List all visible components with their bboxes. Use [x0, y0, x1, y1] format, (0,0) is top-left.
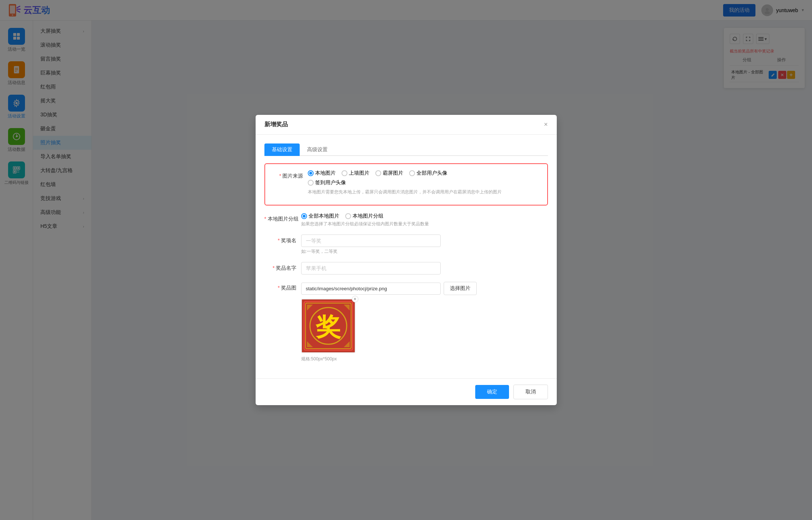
prize-rank-hint: 如:一等奖，二等奖	[301, 248, 548, 255]
prize-rank-input[interactable]	[301, 234, 441, 247]
prize-image-path-input[interactable]	[301, 283, 441, 295]
prize-image-content: 选择图片	[301, 282, 548, 362]
dialog-footer: 确定 取消	[256, 378, 557, 405]
radio-local-circle	[308, 170, 314, 176]
prize-image-label: * 奖品图	[264, 282, 301, 291]
local-group-content: 全部本地图片 本地图片分组 如果您选择了本地图片分组必须保证分组内图片数量大于奖…	[301, 213, 548, 227]
prize-rank-label: * 奖项名	[264, 234, 301, 244]
image-source-label: * 图片来源	[271, 170, 308, 179]
radio-group-local[interactable]: 本地图片分组	[345, 213, 383, 219]
svg-text:奖: 奖	[315, 313, 342, 341]
dialog-title: 新增奖品	[264, 121, 288, 128]
prize-preview-close-button[interactable]: ×	[352, 296, 358, 302]
dialog-body: 基础设置 高级设置 * 图片来源 本地图片	[256, 135, 557, 378]
local-group-label: * 本地图片分组	[264, 213, 301, 222]
local-group-row: * 本地图片分组 全部本地图片 本地图片分组 如果您选择了本地图片分组必须保证分	[264, 213, 548, 227]
prize-name-row: * 奖品名字	[264, 262, 548, 274]
local-group-hint: 如果您选择了本地图片分组必须保证分组内图片数量大于奖品数量	[301, 221, 548, 227]
cancel-button[interactable]: 取消	[513, 385, 548, 399]
radio-all-local-label: 全部本地图片	[308, 213, 339, 219]
radio-fullscreen-circle	[375, 170, 381, 176]
tab-basic[interactable]: 基础设置	[264, 143, 300, 156]
prize-rank-row: * 奖项名 如:一等奖，二等奖	[264, 234, 548, 255]
radio-wall-circle	[342, 170, 347, 176]
prize-preview-image: 奖	[301, 299, 356, 353]
radio-fullscreen-image[interactable]: 霸屏图片	[375, 170, 403, 177]
radio-all-avatar-circle	[409, 170, 415, 176]
prize-rank-content: 如:一等奖，二等奖	[301, 234, 548, 255]
radio-all-local[interactable]: 全部本地图片	[301, 213, 339, 219]
prize-image-preview: 奖 ×	[301, 299, 356, 353]
radio-all-local-circle	[301, 213, 307, 219]
prize-image-row: * 奖品图 选择图片	[264, 282, 548, 362]
prize-image-input-row: 选择图片	[301, 282, 548, 295]
image-source-hint: 本地图片需要您先本地上传，霸屏只会调用图片消息图片，并不会调用用户在霸屏消息中上…	[308, 189, 541, 195]
prize-name-content	[301, 262, 548, 274]
tab-bar: 基础设置 高级设置	[264, 143, 548, 156]
image-source-radio-group-2: 签到用户头像	[308, 179, 541, 186]
radio-fullscreen-label: 霸屏图片	[383, 170, 403, 177]
radio-all-avatar[interactable]: 全部用户头像	[409, 170, 447, 177]
image-source-row: * 图片来源 本地图片 上墙图片	[271, 170, 541, 195]
radio-checkin-label: 签到用户头像	[315, 179, 346, 186]
radio-local-label: 本地图片	[315, 170, 336, 177]
confirm-button[interactable]: 确定	[475, 385, 509, 399]
dialog-header: 新增奖品 ×	[256, 115, 557, 135]
dialog: 新增奖品 × 基础设置 高级设置 * 图片来源	[256, 115, 557, 405]
prize-name-input[interactable]	[301, 262, 441, 274]
prize-name-label: * 奖品名字	[264, 262, 301, 272]
dialog-close-button[interactable]: ×	[544, 121, 548, 128]
image-source-section: * 图片来源 本地图片 上墙图片	[264, 163, 548, 206]
image-source-content: 本地图片 上墙图片 霸屏图片	[308, 170, 541, 195]
image-source-radio-group: 本地图片 上墙图片 霸屏图片	[308, 170, 541, 177]
radio-checkin-circle	[308, 180, 314, 186]
radio-wall-label: 上墙图片	[349, 170, 369, 177]
modal-overlay: 新增奖品 × 基础设置 高级设置 * 图片来源	[0, 0, 812, 520]
radio-all-avatar-label: 全部用户头像	[416, 170, 447, 177]
select-image-button[interactable]: 选择图片	[444, 282, 477, 295]
radio-group-local-circle	[345, 213, 351, 219]
radio-local-image[interactable]: 本地图片	[308, 170, 336, 177]
prize-image-hint: 规格:500px*500px	[301, 356, 548, 362]
tab-advanced[interactable]: 高级设置	[300, 143, 335, 156]
radio-group-local-label: 本地图片分组	[353, 213, 383, 219]
radio-checkin-avatar[interactable]: 签到用户头像	[308, 179, 346, 186]
radio-wall-image[interactable]: 上墙图片	[342, 170, 369, 177]
local-group-radio-group: 全部本地图片 本地图片分组	[301, 213, 548, 219]
